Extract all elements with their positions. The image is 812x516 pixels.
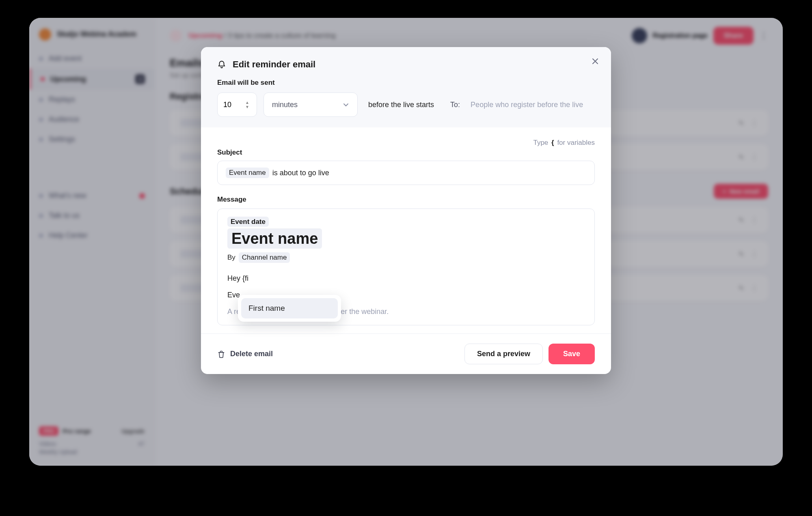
close-icon: [592, 58, 599, 65]
chevron-down-icon: [343, 101, 349, 108]
variable-hint: Type { for variables: [217, 139, 595, 147]
subject-label: Subject: [217, 148, 595, 157]
variable-token-event-name[interactable]: Event name: [227, 228, 322, 249]
variable-token-channel-name[interactable]: Channel name: [239, 252, 290, 263]
modal-body: Type { for variables Subject Event name …: [201, 127, 611, 333]
send-time-label: Email will be sent: [217, 79, 595, 87]
modal-footer: Delete email Send a preview Save: [201, 333, 611, 374]
save-button[interactable]: Save: [549, 344, 595, 364]
autocomplete-option-first-name[interactable]: First name: [241, 298, 338, 318]
modal-title: Edit reminder email: [233, 59, 315, 70]
variable-token-event-date[interactable]: Event date: [227, 217, 269, 227]
modal-overlay: Edit reminder email Email will be sent ▲…: [29, 18, 783, 466]
time-amount-field[interactable]: [223, 101, 240, 109]
chevron-down-icon[interactable]: ▼: [244, 105, 250, 109]
close-button[interactable]: [589, 55, 601, 67]
by-label: By: [227, 254, 235, 262]
variable-token-event-name[interactable]: Event name: [226, 168, 269, 178]
bell-icon: [217, 60, 226, 69]
subject-text: is about to go live: [272, 169, 329, 177]
send-preview-button[interactable]: Send a preview: [464, 344, 543, 364]
chevron-up-icon[interactable]: ▲: [244, 101, 250, 105]
message-line-greeting: Hey {fi: [227, 274, 585, 283]
trash-icon: [217, 350, 225, 358]
message-label: Message: [217, 196, 595, 204]
modal-header: Edit reminder email Email will be sent ▲…: [201, 47, 611, 127]
delete-email-button[interactable]: Delete email: [217, 350, 273, 358]
variable-autocomplete-popup: First name: [238, 295, 341, 322]
to-value: People who register before the live: [471, 101, 583, 109]
message-editor[interactable]: Event date Event name By Channel name He…: [217, 209, 595, 325]
before-live-text: before the live starts: [368, 101, 434, 109]
to-label: To:: [450, 101, 460, 109]
edit-reminder-modal: Edit reminder email Email will be sent ▲…: [201, 47, 611, 374]
time-unit-value: minutes: [272, 101, 298, 109]
time-unit-select[interactable]: minutes: [263, 92, 358, 117]
time-amount-input[interactable]: ▲ ▼: [217, 92, 257, 117]
subject-input[interactable]: Event name is about to go live: [217, 161, 595, 185]
number-stepper[interactable]: ▲ ▼: [244, 101, 251, 109]
